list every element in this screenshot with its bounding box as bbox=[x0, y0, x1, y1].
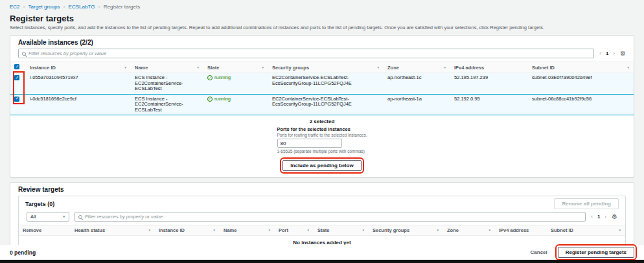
include-button-row: Include as pending below bbox=[10, 155, 634, 171]
state-label: running bbox=[214, 97, 231, 102]
instance-status: ✓ running bbox=[207, 75, 264, 81]
targets-pagination: ‹ 1 › bbox=[591, 214, 606, 220]
security-groups-cell: EC2ContainerService-ECSLabTest-EcsSecuri… bbox=[268, 94, 384, 115]
running-status-icon: ✓ bbox=[207, 97, 213, 102]
search-icon bbox=[78, 215, 82, 219]
column-header-subnet-id[interactable]: Subnet ID▼ bbox=[528, 62, 634, 73]
targets-search-box bbox=[75, 212, 586, 222]
column-label: Remove bbox=[23, 227, 41, 233]
column-label: State bbox=[317, 227, 329, 233]
column-label: Instance ID bbox=[30, 65, 56, 71]
instance-name-cell: ECS Instance - EC2ContainerService-ECSLa… bbox=[131, 73, 203, 95]
row-select-cell bbox=[10, 73, 26, 95]
footer-actions: Cancel Register pending targets bbox=[531, 247, 634, 258]
sort-icon[interactable]: ▼ bbox=[627, 66, 630, 69]
port-input[interactable] bbox=[277, 139, 342, 148]
sort-icon[interactable]: ▼ bbox=[213, 229, 216, 232]
column-header-remove[interactable]: Remove bbox=[19, 225, 71, 236]
available-instances-table-wrap: Instance ID▼ Name▼ State▼ Security group… bbox=[10, 62, 634, 115]
breadcrumb-separator: › bbox=[23, 4, 25, 10]
cancel-button[interactable]: Cancel bbox=[531, 249, 547, 255]
targets-header-row: Remove Health status▼ Instance ID▼ Name▼… bbox=[19, 225, 625, 236]
prev-page-button[interactable]: ‹ bbox=[599, 51, 601, 56]
select-all-checkbox[interactable] bbox=[14, 64, 19, 69]
sort-icon[interactable]: ▼ bbox=[619, 229, 621, 232]
next-page-button[interactable]: › bbox=[613, 51, 615, 56]
row-checkbox[interactable] bbox=[14, 75, 19, 80]
column-header-instance-id[interactable]: Instance ID▼ bbox=[26, 62, 131, 73]
preferences-gear-icon[interactable]: ⚙ bbox=[620, 51, 626, 57]
column-header-health-status[interactable]: Health status▼ bbox=[71, 225, 155, 236]
column-header-ipv4[interactable]: IPv4 address bbox=[495, 225, 547, 236]
review-targets-title: Review targets bbox=[10, 183, 634, 196]
security-groups-cell: EC2ContainerService-ECSLabTest-EcsSecuri… bbox=[268, 73, 384, 95]
column-label: Security groups bbox=[272, 65, 309, 71]
remove-all-pending-button[interactable]: Remove all pending bbox=[554, 198, 619, 209]
targets-table: Remove Health status▼ Instance ID▼ Name▼… bbox=[19, 225, 625, 236]
targets-toolbar: All ▼ ‹ 1 › ⚙ bbox=[19, 212, 625, 222]
column-header-subnet-id[interactable]: Subnet ID▼ bbox=[547, 225, 625, 236]
column-label: Instance ID bbox=[159, 227, 185, 233]
register-targets-page: EC2 › Target groups › ECSLabTG › Registe… bbox=[0, 0, 644, 263]
sort-icon[interactable]: ▼ bbox=[148, 229, 151, 232]
ports-hint: 1-65535 (separate multiple ports with co… bbox=[277, 149, 367, 154]
targets-prev-page-button[interactable]: ‹ bbox=[591, 214, 593, 220]
column-header-zone[interactable]: Zone▼ bbox=[384, 62, 450, 73]
filter-type-value: All bbox=[30, 214, 36, 220]
instances-search-box bbox=[18, 49, 594, 58]
column-header-name[interactable]: Name▼ bbox=[131, 62, 203, 73]
instance-id-cell: i-0dc5181698e2ce9cf bbox=[26, 94, 131, 115]
column-label: Name bbox=[135, 65, 148, 71]
instances-filter-input[interactable] bbox=[29, 51, 590, 56]
column-header-security-groups[interactable]: Security groups▼ bbox=[369, 225, 443, 236]
available-instances-toolbar: ‹ 1 › ⚙ bbox=[10, 49, 634, 58]
sort-icon[interactable]: ▼ bbox=[307, 229, 310, 232]
breadcrumb-target-groups[interactable]: Target groups bbox=[29, 4, 60, 10]
row-checkbox[interactable] bbox=[14, 97, 19, 102]
sort-icon[interactable]: ▼ bbox=[437, 229, 439, 232]
sort-icon[interactable]: ▼ bbox=[377, 66, 380, 69]
sort-icon[interactable]: ▼ bbox=[489, 229, 491, 232]
column-header-zone[interactable]: Zone▼ bbox=[443, 225, 495, 236]
column-label: Name bbox=[224, 227, 236, 233]
include-as-pending-button[interactable]: Include as pending below bbox=[282, 160, 361, 171]
breadcrumb-separator: › bbox=[63, 4, 65, 10]
running-status-icon: ✓ bbox=[207, 75, 213, 80]
targets-next-page-button[interactable]: › bbox=[604, 214, 606, 220]
column-label: Security groups bbox=[373, 227, 409, 233]
current-page[interactable]: 1 bbox=[606, 51, 608, 56]
breadcrumb-ec2[interactable]: EC2 bbox=[10, 4, 20, 10]
column-header-state[interactable]: State▼ bbox=[314, 225, 369, 236]
instance-row[interactable]: i-0dc5181698e2ce9cf ECS Instance - EC2Co… bbox=[10, 94, 634, 115]
column-header-name[interactable]: Name▼ bbox=[220, 225, 275, 236]
column-header-instance-id[interactable]: Instance ID▼ bbox=[155, 225, 220, 236]
filter-type-select[interactable]: All ▼ bbox=[27, 212, 69, 222]
sort-icon[interactable]: ▼ bbox=[268, 229, 271, 232]
bottom-bar bbox=[0, 260, 644, 263]
instance-state-cell: ✓ running bbox=[203, 94, 268, 115]
breadcrumb-ecslabtg[interactable]: ECSLabTG bbox=[69, 4, 95, 10]
column-label: Port bbox=[279, 227, 288, 233]
column-label: Subnet ID bbox=[551, 227, 573, 233]
column-label: IPv4 address bbox=[499, 227, 529, 233]
column-label: Zone bbox=[447, 227, 459, 233]
targets-filter-input[interactable] bbox=[85, 214, 582, 220]
ipv4-cell: 52.195.197.239 bbox=[450, 73, 528, 95]
targets-card-header: Targets (0) Remove all pending bbox=[19, 196, 625, 212]
sort-icon[interactable]: ▼ bbox=[124, 66, 127, 69]
sort-icon[interactable]: ▼ bbox=[262, 66, 264, 69]
available-instances-table: Instance ID▼ Name▼ State▼ Security group… bbox=[10, 62, 634, 115]
column-header-state[interactable]: State▼ bbox=[203, 62, 268, 73]
pending-count: 0 pending bbox=[10, 249, 36, 256]
column-header-ipv4[interactable]: IPv4 address bbox=[450, 62, 528, 73]
column-header-security-groups[interactable]: Security groups▼ bbox=[268, 62, 384, 73]
available-instances-panel: Available instances (2/2) ‹ 1 › ⚙ bbox=[10, 35, 634, 177]
sort-icon[interactable]: ▼ bbox=[362, 229, 365, 232]
targets-current-page[interactable]: 1 bbox=[597, 214, 600, 220]
targets-preferences-gear-icon[interactable]: ⚙ bbox=[612, 214, 617, 220]
instance-row[interactable]: i-055a70310945719x7 ECS Instance - EC2Co… bbox=[10, 73, 634, 95]
sort-icon[interactable]: ▼ bbox=[444, 66, 446, 69]
sort-icon[interactable]: ▼ bbox=[197, 66, 200, 69]
column-header-port[interactable]: Port▼ bbox=[275, 225, 314, 236]
register-pending-targets-button[interactable]: Register pending targets bbox=[558, 247, 634, 258]
